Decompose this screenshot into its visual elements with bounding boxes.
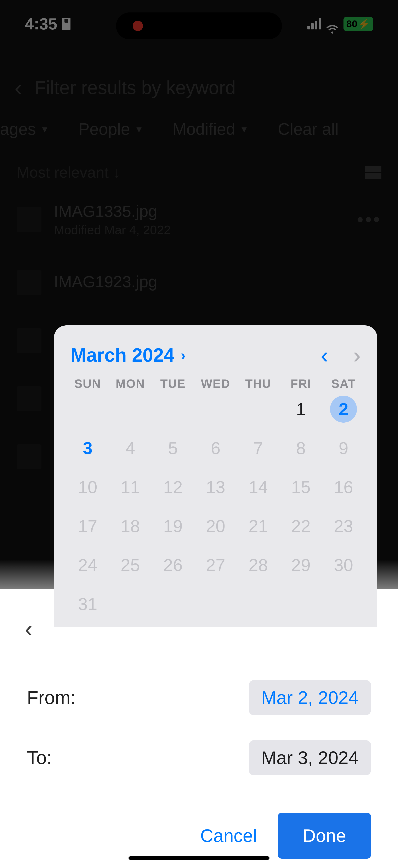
divider: [0, 651, 398, 651]
done-button[interactable]: Done: [278, 813, 371, 859]
weekday-label: SAT: [322, 377, 365, 391]
calendar-month-button[interactable]: March 2024 ›: [70, 344, 186, 366]
calendar-day[interactable]: 2: [322, 395, 365, 424]
calendar-day[interactable]: 1: [280, 395, 322, 424]
to-label: To:: [27, 747, 52, 769]
calendar-popover: March 2024 › ‹ › SUN MON TUE WED THU FRI…: [54, 326, 377, 627]
calendar-day[interactable]: 28: [237, 551, 280, 580]
calendar-day[interactable]: 4: [109, 434, 152, 463]
weekday-label: SUN: [66, 377, 109, 391]
calendar-day[interactable]: 3: [66, 434, 109, 463]
sheet-actions: Cancel Done: [0, 788, 398, 859]
weekday-label: WED: [194, 377, 237, 391]
next-month-button[interactable]: ›: [353, 342, 361, 368]
calendar-day[interactable]: 7: [237, 434, 280, 463]
calendar-day[interactable]: 14: [237, 472, 280, 502]
chevron-right-icon: ›: [181, 347, 186, 364]
calendar-weekdays: SUN MON TUE WED THU FRI SAT: [66, 377, 365, 391]
calendar-day[interactable]: 26: [152, 551, 194, 580]
calendar-day: [194, 395, 237, 424]
calendar-day[interactable]: 27: [194, 551, 237, 580]
cancel-button[interactable]: Cancel: [200, 825, 257, 846]
calendar-day[interactable]: 22: [280, 512, 322, 540]
date-range-sheet: ‹ From: Mar 2, 2024 To: Mar 3, 2024 Canc…: [0, 589, 398, 868]
calendar-grid: 1234567891011121314151617181920212223242…: [66, 395, 365, 618]
calendar-day: [109, 395, 152, 424]
calendar-header: March 2024 › ‹ ›: [66, 338, 365, 377]
weekday-label: THU: [237, 377, 280, 391]
calendar-day: [237, 589, 280, 618]
weekday-label: FRI: [280, 377, 322, 391]
calendar-day: [194, 589, 237, 618]
from-label: From:: [27, 687, 76, 708]
calendar-day[interactable]: 8: [280, 434, 322, 463]
weekday-label: TUE: [152, 377, 194, 391]
calendar-day: [66, 395, 109, 424]
calendar-day: [109, 589, 152, 618]
calendar-day[interactable]: 30: [322, 551, 365, 580]
calendar-day[interactable]: 18: [109, 512, 152, 540]
calendar-day: [152, 395, 194, 424]
calendar-day[interactable]: 31: [66, 589, 109, 618]
from-row: From: Mar 2, 2024: [0, 668, 398, 728]
home-indicator[interactable]: [128, 857, 270, 860]
calendar-nav: ‹ ›: [321, 342, 361, 368]
calendar-day[interactable]: 11: [109, 472, 152, 502]
calendar-day[interactable]: 6: [194, 434, 237, 463]
calendar-day[interactable]: 15: [280, 472, 322, 502]
to-row: To: Mar 3, 2024: [0, 728, 398, 788]
calendar-day[interactable]: 9: [322, 434, 365, 463]
calendar-day: [322, 589, 365, 618]
to-value-chip[interactable]: Mar 3, 2024: [249, 740, 371, 775]
calendar-day[interactable]: 17: [66, 512, 109, 540]
weekday-label: MON: [109, 377, 152, 391]
sheet-back-button[interactable]: ‹: [25, 616, 33, 642]
calendar-day[interactable]: 5: [152, 434, 194, 463]
calendar-day[interactable]: 21: [237, 512, 280, 540]
calendar-day[interactable]: 25: [109, 551, 152, 580]
prev-month-button[interactable]: ‹: [321, 342, 328, 368]
calendar-day[interactable]: 13: [194, 472, 237, 502]
calendar-day[interactable]: 12: [152, 472, 194, 502]
calendar-day[interactable]: 29: [280, 551, 322, 580]
calendar-day[interactable]: 16: [322, 472, 365, 502]
calendar-day[interactable]: 19: [152, 512, 194, 540]
calendar-day[interactable]: 10: [66, 472, 109, 502]
calendar-day: [280, 589, 322, 618]
from-value-chip[interactable]: Mar 2, 2024: [249, 680, 371, 715]
phone-frame: ‹ Filter results by keyword ages ▾ Peopl…: [0, 0, 398, 868]
calendar-day: [237, 395, 280, 424]
calendar-day: [152, 589, 194, 618]
calendar-day[interactable]: 24: [66, 551, 109, 580]
calendar-day[interactable]: 20: [194, 512, 237, 540]
calendar-month-label: March 2024: [70, 344, 174, 366]
calendar-day[interactable]: 23: [322, 512, 365, 540]
